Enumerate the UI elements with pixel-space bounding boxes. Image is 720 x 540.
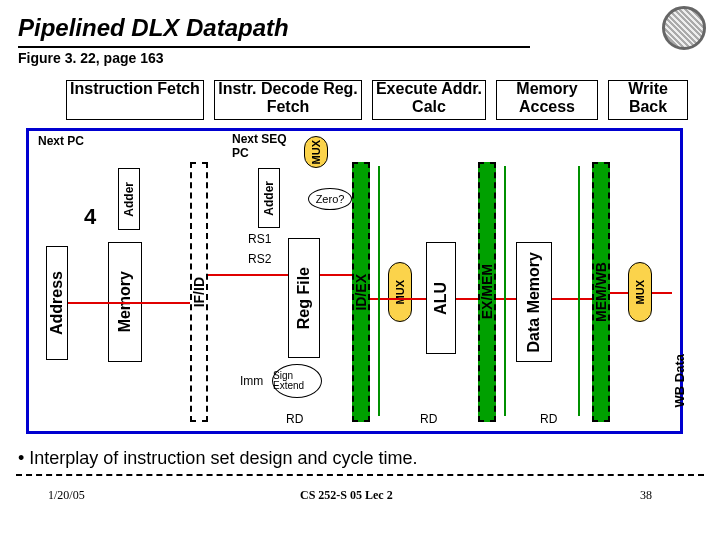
- bus: [26, 431, 682, 434]
- bus: [26, 128, 682, 131]
- wire: [320, 274, 352, 276]
- address-block: Address: [46, 246, 68, 360]
- slide-subtitle: Figure 3. 22, page 163: [18, 50, 164, 66]
- wire: [496, 298, 516, 300]
- stage-label-mem: Memory Access: [496, 80, 598, 116]
- wire: [652, 292, 672, 294]
- mux-pc: MUX: [304, 136, 328, 168]
- label-next-seq-pc: Next SEQ PC: [232, 132, 288, 160]
- wire: [610, 292, 628, 294]
- bullet-text: • Interplay of instruction set design an…: [18, 448, 418, 469]
- latch-if-id: IF/ID: [190, 162, 208, 422]
- wire: [578, 166, 580, 416]
- wire: [552, 298, 592, 300]
- footer-center: CS 252-S 05 Lec 2: [300, 488, 393, 503]
- mux-wb: MUX: [628, 262, 652, 322]
- adder-if: Adder: [118, 168, 140, 230]
- latch-mem-wb: MEM/WB: [592, 162, 610, 422]
- alu: ALU: [426, 242, 456, 354]
- label-rs1: RS1: [248, 232, 271, 246]
- adder-id: Adder: [258, 168, 280, 228]
- label-rd-1: RD: [286, 412, 303, 426]
- wire: [456, 298, 478, 300]
- data-memory: Data Memory: [516, 242, 552, 362]
- wire: [504, 166, 506, 416]
- footer-date: 1/20/05: [48, 488, 85, 503]
- mux-alu-a: MUX: [388, 262, 412, 322]
- stage-label-if: Instruction Fetch: [66, 80, 204, 98]
- constant-four: 4: [84, 204, 96, 230]
- label-next-pc: Next PC: [38, 134, 84, 148]
- register-file: Reg File: [288, 238, 320, 358]
- label-wb-data: WB Data: [672, 354, 692, 407]
- bus: [26, 128, 29, 434]
- latch-id-ex: ID/EX: [352, 162, 370, 422]
- zero-compare: Zero?: [308, 188, 352, 210]
- datapath-diagram: Instruction Fetch Instr. Decode Reg. Fet…: [18, 74, 698, 448]
- title-rule: [18, 46, 530, 48]
- wire: [68, 302, 190, 304]
- wire: [208, 274, 288, 276]
- label-imm: Imm: [240, 374, 263, 388]
- sign-extend: Sign Extend: [272, 364, 322, 398]
- stage-label-id: Instr. Decode Reg. Fetch: [214, 80, 362, 116]
- footer-page: 38: [640, 488, 652, 503]
- berkeley-seal-icon: [662, 6, 706, 50]
- stage-label-wb: Write Back: [608, 80, 688, 116]
- slide-title: Pipelined DLX Datapath: [18, 14, 289, 42]
- stage-label-ex: Execute Addr. Calc: [372, 80, 486, 116]
- label-rs2: RS2: [248, 252, 271, 266]
- bullet-rule: [16, 474, 704, 476]
- label-rd-3: RD: [540, 412, 557, 426]
- label-rd-2: RD: [420, 412, 437, 426]
- wire: [378, 166, 380, 416]
- latch-ex-mem: EX/MEM: [478, 162, 496, 422]
